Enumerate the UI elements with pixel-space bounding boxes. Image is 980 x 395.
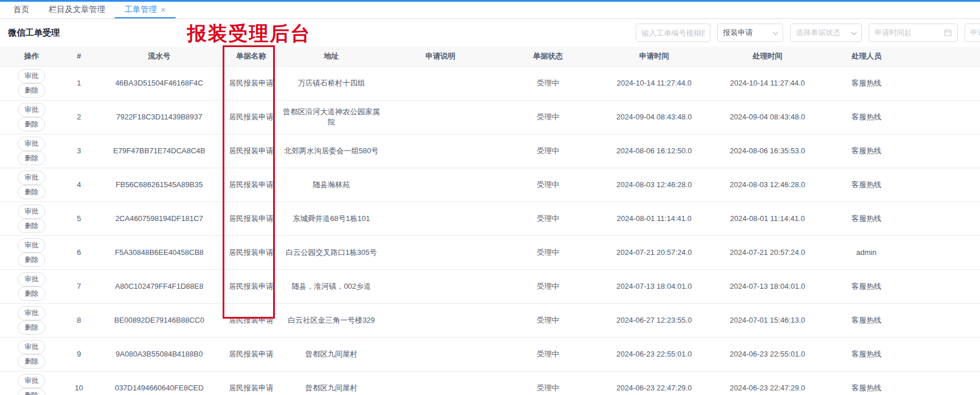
address-cell: 曾都区沿河大道神农公园家属院: [278, 100, 384, 134]
address-cell: 北郊两水沟居委会一组580号: [278, 134, 384, 168]
status-cell: 受理中: [496, 66, 600, 100]
description-cell: [384, 100, 496, 134]
row-index-cell: 9: [63, 337, 95, 371]
delete-button[interactable]: 删除: [18, 117, 45, 131]
chevron-down-icon: [773, 29, 779, 35]
col-header-handler: 处理人员: [826, 47, 907, 66]
work-order-table: 操作 # 流水号 单据名称 地址 申请说明 单据状态 申请时间 处理时间 处理人…: [0, 47, 980, 395]
doc-name-cell: 居民报装申请: [224, 100, 278, 134]
order-status-select[interactable]: 选择单据状态: [790, 24, 862, 42]
approve-button[interactable]: 审批: [18, 137, 45, 151]
tab-articles[interactable]: 栏目及文章管理: [39, 2, 115, 18]
delete-button[interactable]: 删除: [18, 320, 45, 335]
row-index-cell: 6: [63, 235, 95, 269]
order-number-search-input[interactable]: [636, 24, 710, 42]
tab-home[interactable]: 首页: [3, 2, 39, 18]
close-icon[interactable]: ×: [161, 5, 166, 14]
approve-button[interactable]: 审批: [18, 204, 45, 219]
apply-date-end-placeholder: 申请时间止: [970, 28, 980, 38]
approve-button[interactable]: 审批: [18, 171, 45, 185]
address-cell: 随县瀚林苑: [278, 168, 384, 202]
approve-button[interactable]: 审批: [18, 340, 45, 354]
description-cell: [384, 66, 496, 100]
spacer-cell: [907, 371, 980, 395]
serial-cell: E79F47BB71E74DCA8C4B: [95, 134, 224, 168]
actions-cell: 审批 删除: [0, 235, 63, 269]
apply-time-cell: 2024-07-21 20:57:24.0: [600, 235, 709, 269]
status-cell: 受理中: [496, 202, 600, 235]
apply-date-start-input[interactable]: 申请时间起: [869, 24, 958, 42]
handler-cell: 客服热线: [826, 66, 907, 100]
handler-cell: 客服热线: [826, 202, 907, 235]
spacer-cell: [907, 66, 980, 100]
approve-button[interactable]: 审批: [18, 69, 45, 83]
approve-button[interactable]: 审批: [18, 238, 45, 253]
delete-button[interactable]: 删除: [18, 185, 45, 199]
page-title: 微信工单受理: [8, 28, 60, 38]
doc-name-cell: 居民报装申请: [224, 202, 278, 235]
col-header-status: 单据状态: [496, 47, 600, 66]
toolbar: 微信工单受理 报装申请 选择单据状态 申请时间起 申请时间止: [0, 19, 980, 47]
table-row: 审批 删除 1 46BA3D51504F46168F4C 居民报装申请 万店镇石…: [0, 66, 980, 100]
description-cell: [384, 202, 496, 235]
status-cell: 受理中: [496, 134, 600, 168]
handler-cell: 客服热线: [826, 100, 907, 134]
row-index-cell: 4: [63, 168, 95, 202]
spacer-cell: [907, 303, 980, 337]
spacer-cell: [907, 100, 980, 134]
handle-time-cell: 2024-09-04 08:43:48.0: [709, 100, 826, 134]
row-index-cell: 10: [63, 371, 95, 395]
col-header-apply-time: 申请时间: [600, 47, 709, 66]
doc-name-cell: 居民报装申请: [224, 66, 278, 100]
delete-button[interactable]: 删除: [18, 253, 45, 267]
apply-time-cell: 2024-09-04 08:43:48.0: [600, 100, 709, 134]
serial-cell: F5A30848B6EE40458CB8: [95, 235, 224, 269]
row-index-cell: 2: [63, 100, 95, 134]
actions-cell: 审批 删除: [0, 100, 63, 134]
apply-date-end-input[interactable]: 申请时间止: [965, 24, 980, 42]
approve-button[interactable]: 审批: [18, 374, 45, 388]
tab-work-orders-label: 工单管理: [125, 5, 157, 15]
row-index-cell: 3: [63, 134, 95, 168]
col-header-index: #: [63, 47, 95, 66]
handler-cell: 客服热线: [826, 134, 907, 168]
table-row: 审批 删除 9 9A080A3B55084B4188B0 居民报装申请 曾都区九…: [0, 337, 980, 371]
approve-button[interactable]: 审批: [18, 272, 45, 286]
delete-button[interactable]: 删除: [18, 354, 45, 369]
tab-articles-label: 栏目及文章管理: [49, 5, 105, 15]
description-cell: [384, 303, 496, 337]
serial-cell: FB56C686261545A89B35: [95, 168, 224, 202]
handle-time-cell: 2024-08-06 16:35:53.0: [709, 134, 826, 168]
row-index-cell: 5: [63, 202, 95, 235]
delete-button[interactable]: 删除: [18, 219, 45, 233]
table-row: 审批 删除 4 FB56C686261545A89B35 居民报装申请 随县瀚林…: [0, 168, 980, 202]
serial-cell: 46BA3D51504F46168F4C: [95, 66, 224, 100]
row-index-cell: 1: [63, 66, 95, 100]
handle-time-cell: 2024-07-21 20:57:24.0: [709, 235, 826, 269]
order-type-select-value: 报装申请: [723, 28, 753, 38]
spacer-cell: [907, 235, 980, 269]
actions-cell: 审批 删除: [0, 202, 63, 235]
actions-cell: 审批 删除: [0, 303, 63, 337]
spacer-cell: [907, 168, 980, 202]
tab-work-orders[interactable]: 工单管理 ×: [115, 2, 176, 18]
delete-button[interactable]: 删除: [18, 151, 45, 165]
serial-cell: 037D1494660640FE8CED: [95, 371, 224, 395]
handle-time-cell: 2024-10-14 11:27:44.0: [709, 66, 826, 100]
delete-button[interactable]: 删除: [18, 286, 45, 301]
delete-button[interactable]: 删除: [18, 83, 45, 98]
description-cell: [384, 269, 496, 303]
handle-time-cell: 2024-07-01 15:46:13.0: [709, 303, 826, 337]
col-header-description: 申请说明: [384, 47, 496, 66]
row-index-cell: 8: [63, 303, 95, 337]
calendar-icon: [944, 29, 952, 37]
apply-time-cell: 2024-07-13 18:04:01.0: [600, 269, 709, 303]
description-cell: [384, 168, 496, 202]
approve-button[interactable]: 审批: [18, 306, 45, 320]
handler-cell: admin: [826, 235, 907, 269]
approve-button[interactable]: 审批: [18, 103, 45, 117]
handle-time-cell: 2024-08-01 11:14:41.0: [709, 202, 826, 235]
delete-button[interactable]: 删除: [18, 388, 45, 395]
handler-cell: 客服热线: [826, 269, 907, 303]
order-type-select[interactable]: 报装申请: [717, 24, 783, 42]
